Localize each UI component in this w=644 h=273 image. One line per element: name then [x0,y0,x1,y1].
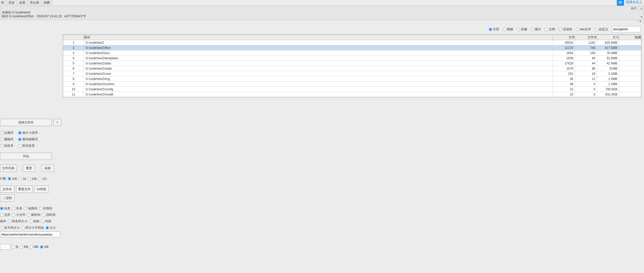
cell-files: 48 [553,82,575,87]
filter-exe-radio[interactable] [576,28,579,31]
cell-files: 2654 [553,50,575,56]
sizediffname-radio[interactable] [21,226,25,230]
cell-size: 76.3MB [597,50,619,56]
shortpath-radio[interactable] [24,207,27,210]
oldtime-radio[interactable] [42,213,45,217]
folder-button[interactable]: 文件夹 [0,186,15,193]
cell-size: 705.5KB [597,87,619,92]
name-radio[interactable] [29,220,32,223]
shortname-radio[interactable] [0,207,3,210]
binary-button[interactable]: 二进制 [0,194,15,202]
cell-path: G:\code\test2\templates [84,56,553,61]
table-row[interactable]: 9G:\code\test2\control4801.2MB [63,82,641,87]
cell-path: G:\code\test2\static [84,66,553,71]
col-header-size[interactable]: 大小 [597,35,619,40]
table-row[interactable]: 1G:\code\test2355101182625.9MB [63,40,641,45]
content-radio[interactable] [41,220,44,223]
unit-mb-radio[interactable] [30,245,33,249]
filter-doc-radio[interactable] [545,28,548,31]
table-row[interactable]: 5G:\code\test2\data176294442.4MB [63,61,641,66]
rows-100-radio[interactable] [8,177,11,180]
mode-highperf-radio[interactable] [18,138,22,141]
bigfile-radio[interactable] [0,213,3,217]
order-size-label: 按大小排序 [22,131,38,135]
info-banner: 夹路径 G:\code\test2 路径 G:\code\test2\ffsm … [0,6,644,20]
cell-files: 201 [553,71,575,76]
dir-all-radio[interactable] [18,144,22,147]
order-default-radio[interactable] [0,131,3,135]
info-scrollbar[interactable]: ▲▼ [639,6,644,20]
reset-button[interactable]: 重置 [23,165,35,172]
cell-size: 1.5MB [597,76,619,82]
cell-folders: 0 [575,87,597,92]
cell-hidden [619,56,641,61]
cell-size: 51.6MB [597,56,619,61]
cell-index: 9 [63,82,84,87]
cell-folders: 11 [575,76,597,82]
cell-folders: 0 [575,92,597,97]
rows-1k-radio[interactable] [19,177,22,180]
file-list-button[interactable]: 文件列表 [0,165,17,172]
rows-10k-radio[interactable] [28,177,31,180]
mode-normal-radio[interactable] [0,138,3,141]
filter-zip-radio[interactable] [559,28,562,31]
filter-image-radio[interactable] [531,28,534,31]
order-size-radio[interactable] [18,131,22,135]
choose-folder-button[interactable]: 选择文件夹 [0,119,52,126]
sizeonly-radio[interactable] [46,226,49,230]
table-row[interactable]: 8G:\code\test2\img36111.5MB [63,76,641,82]
dir-current-radio[interactable] [0,144,3,147]
unit-b-radio[interactable] [12,245,15,249]
cell-files: 17629 [553,61,575,66]
col-header-files[interactable]: 文件 [553,35,575,40]
cell-files: 35510 [553,40,575,45]
refresh-button[interactable]: 刷新 [41,165,54,172]
newtime-radio[interactable] [27,213,30,217]
start-button[interactable]: 开始 [0,153,52,160]
smallfile-radio[interactable] [12,213,15,217]
md5-button[interactable]: md5值 [34,186,49,193]
ext-filter-input[interactable] [0,232,60,237]
table-row[interactable]: 2G:\code\test2\ffsm12170748417.5MB [63,45,641,50]
menu-item-donate[interactable]: 捐赠 [41,0,52,6]
samenamesize-radio[interactable] [8,220,11,223]
filter-all-radio[interactable] [489,28,492,31]
dup-file-button[interactable]: 重复文件 [16,186,33,193]
menu-item-settings[interactable]: 设置 [17,0,28,6]
filter-audio-radio[interactable] [517,28,520,31]
range-input[interactable] [0,244,10,250]
cell-path: G:\code\test2\data [84,61,553,66]
longpath-radio[interactable] [39,207,42,210]
dir-current-label: 前目录 [4,144,13,148]
cell-folders: 18 [575,71,597,76]
cell-index: 5 [63,61,84,66]
col-header-index[interactable] [63,35,84,40]
col-header-path[interactable]: 路径 [84,35,553,40]
menu-item-unknown[interactable]: 目 [0,0,6,6]
unit-kb-radio[interactable] [20,245,23,249]
add-folder-button[interactable]: + [53,119,61,126]
table-row[interactable]: 7G:\code\test2\core201183.1MB [63,71,641,76]
table-row[interactable]: 6G:\code\test2\static10796631MB [63,66,641,71]
table-row[interactable]: 11G:\code\test2\model320631.5KB [63,92,641,97]
custom-ext-input[interactable] [612,26,640,32]
cell-folders: 1182 [575,40,597,45]
infinity-icon[interactable]: ∞ [617,0,624,6]
menu-item-history[interactable]: 历史 [6,0,17,6]
cell-index: 8 [63,76,84,82]
menu-item-export[interactable]: 导出表 [27,0,41,6]
table-row[interactable]: 10G:\code\test2\config100705.5KB [63,87,641,92]
rows-1g-radio[interactable] [38,177,42,180]
cell-hidden [619,71,641,76]
col-header-folders[interactable]: 文件夹 [575,35,597,40]
cell-index: 6 [63,66,84,71]
filter-custom-radio[interactable] [595,28,598,31]
col-header-hidden[interactable]: 隐藏 [619,35,641,40]
table-row[interactable]: 3G:\code\test2\acs265424576.3MB [63,50,641,56]
unit-gb-radio[interactable] [40,245,43,249]
longname-radio[interactable] [12,207,15,210]
collapse-toggle-icon[interactable]: ▼ [637,20,644,23]
table-row[interactable]: 4G:\code\test2\templates16394051.6MB [63,56,641,61]
namediffsize-radio[interactable] [0,226,3,230]
filter-video-radio[interactable] [503,28,506,31]
